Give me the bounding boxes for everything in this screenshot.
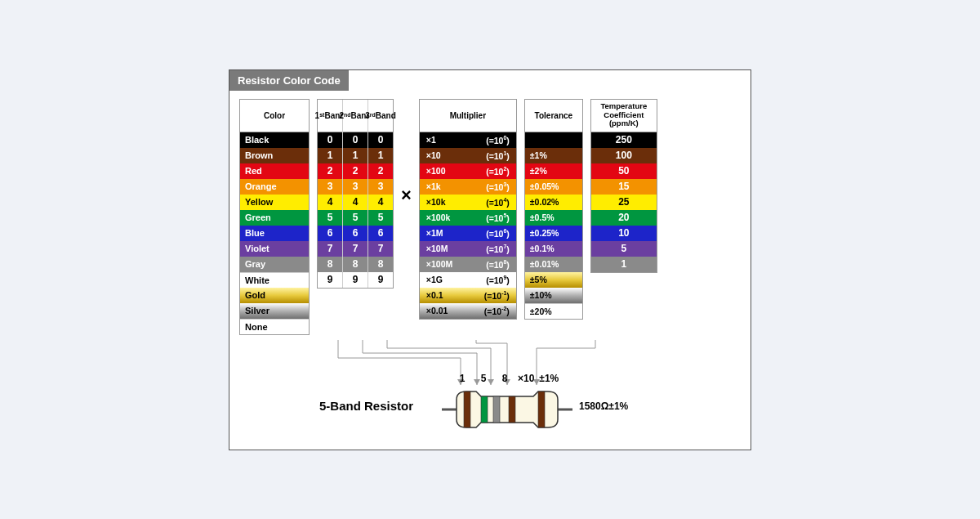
- digit-cell: 5: [343, 210, 368, 226]
- color-row: Brown: [240, 148, 309, 163]
- digit-cell: 0: [368, 132, 393, 148]
- digit-cell: 8: [368, 257, 393, 272]
- digit-cell: 3: [368, 179, 393, 195]
- color-rows: BlackBrownRedOrangeYellowGreenBlueViolet…: [240, 132, 309, 334]
- header-tolerance: Tolerance: [525, 100, 582, 132]
- tolerance-cell: ±5%: [525, 272, 582, 288]
- resistor-color-code-chart: Resistor Color Code Color BlackBrownRedO…: [229, 69, 751, 450]
- digit-cell: 0: [318, 132, 342, 148]
- tables-row: Color BlackBrownRedOrangeYellowGreenBlue…: [229, 91, 751, 335]
- multiplier-cell: ×100M(=108): [420, 257, 516, 272]
- multiplier-cell: ×10M(=107): [420, 241, 516, 257]
- column-band1: 1st Band 0123456789: [318, 100, 343, 288]
- tolerance-rows: ±1%±2%±0.05%±0.02%±0.5%±0.25%±0.1%±0.01%…: [525, 132, 582, 319]
- example-resistor-area: 158×10±1% 5-Band Resistor 1580Ω±1%: [229, 340, 751, 438]
- digit-cell: 9: [343, 272, 368, 288]
- color-row: Red: [240, 163, 309, 179]
- color-row: None: [240, 319, 309, 334]
- tempco-cell: 1: [591, 257, 657, 272]
- tolerance-cell: ±0.01%: [525, 257, 582, 272]
- band-1: [464, 391, 470, 427]
- color-row: Black: [240, 132, 309, 148]
- color-row: Yellow: [240, 195, 309, 210]
- color-row: Gray: [240, 257, 309, 272]
- digit-cell: 2: [368, 163, 393, 179]
- multiply-symbol: ×: [401, 185, 412, 206]
- tempco-cell: 15: [591, 179, 657, 195]
- tolerance-cell: [525, 132, 582, 148]
- annot-value: 1: [454, 373, 470, 384]
- header-color: Color: [240, 100, 309, 132]
- tempco-cell: 250: [591, 132, 657, 148]
- tempco-cell: 25: [591, 195, 657, 210]
- tempco-rows: 250100501525201051: [591, 132, 657, 272]
- column-bands: 1st Band 0123456789 2nd Band 0123456789 …: [317, 99, 394, 289]
- chart-title: Resistor Color Code: [229, 70, 349, 91]
- digit-cell: 4: [368, 195, 393, 210]
- digit-cell: 6: [368, 226, 393, 241]
- header-band3: 3rd Band: [368, 100, 393, 132]
- band1-rows: 0123456789: [318, 132, 342, 288]
- digit-cell: 3: [318, 179, 342, 195]
- digit-cell: 6: [318, 226, 342, 241]
- digit-cell: 8: [343, 257, 368, 272]
- multiplier-rows: ×1(=100)×10(=101)×100(=102)×1k(=103)×10k…: [420, 132, 516, 319]
- multiplier-cell: ×10k(=104): [420, 195, 516, 210]
- band-2: [481, 396, 488, 423]
- multiplier-cell: ×0.1(=10-1): [420, 288, 516, 303]
- tempco-cell: 10: [591, 226, 657, 241]
- multiplier-cell: ×1(=100): [420, 132, 516, 148]
- digit-cell: 9: [368, 272, 393, 288]
- header-band2: 2nd Band: [343, 100, 368, 132]
- digit-cell: 9: [318, 272, 342, 288]
- multiplier-cell: ×1M(=106): [420, 226, 516, 241]
- digit-cell: 1: [343, 148, 368, 163]
- multiplier-cell: ×1k(=103): [420, 179, 516, 195]
- column-multiplier: Multiplier ×1(=100)×10(=101)×100(=102)×1…: [419, 99, 517, 320]
- column-band3: 3rd Band 0123456789: [368, 100, 393, 288]
- tempco-cell: 100: [591, 148, 657, 163]
- column-color: Color BlackBrownRedOrangeYellowGreenBlue…: [239, 99, 310, 335]
- tolerance-cell: ±0.1%: [525, 241, 582, 257]
- example-value: 1580Ω±1%: [579, 400, 628, 412]
- digit-cell: 4: [318, 195, 342, 210]
- tolerance-cell: ±0.5%: [525, 210, 582, 226]
- digit-cell: 1: [318, 148, 342, 163]
- color-row: Green: [240, 210, 309, 226]
- band-4: [509, 396, 515, 423]
- annot-value: ×10: [518, 373, 534, 384]
- tempco-cell: 5: [591, 241, 657, 257]
- column-tempco: Temperature Coefficient (ppm/K) 25010050…: [590, 99, 657, 273]
- digit-cell: 4: [343, 195, 368, 210]
- digit-cell: 8: [318, 257, 342, 272]
- multiplier-cell: ×100k(=105): [420, 210, 516, 226]
- digit-cell: 7: [368, 241, 393, 257]
- color-row: Violet: [240, 241, 309, 257]
- tolerance-cell: ±0.05%: [525, 179, 582, 195]
- digit-cell: 6: [343, 226, 368, 241]
- example-label: 5-Band Resistor: [319, 399, 413, 413]
- digit-cell: 3: [343, 179, 368, 195]
- resistor-icon: [442, 385, 572, 434]
- annot-value: 8: [497, 373, 513, 384]
- column-tolerance: Tolerance ±1%±2%±0.05%±0.02%±0.5%±0.25%±…: [524, 99, 583, 320]
- band3-rows: 0123456789: [368, 132, 393, 288]
- digit-cell: 1: [368, 148, 393, 163]
- color-row: Gold: [240, 288, 309, 303]
- band-3: [493, 396, 500, 423]
- column-band2: 2nd Band 0123456789: [343, 100, 368, 288]
- example-annotations: 158×10±1%: [454, 373, 559, 384]
- tolerance-cell: ±20%: [525, 303, 582, 319]
- digit-cell: 0: [343, 132, 368, 148]
- digit-cell: 7: [318, 241, 342, 257]
- color-row: Silver: [240, 303, 309, 319]
- annot-value: 5: [475, 373, 492, 384]
- digit-cell: 7: [343, 241, 368, 257]
- digit-cell: 2: [343, 163, 368, 179]
- band-5: [538, 391, 545, 427]
- tempco-cell: 50: [591, 163, 657, 179]
- tolerance-cell: ±2%: [525, 163, 582, 179]
- tolerance-cell: ±0.25%: [525, 226, 582, 241]
- digit-cell: 5: [318, 210, 342, 226]
- color-row: Orange: [240, 179, 309, 195]
